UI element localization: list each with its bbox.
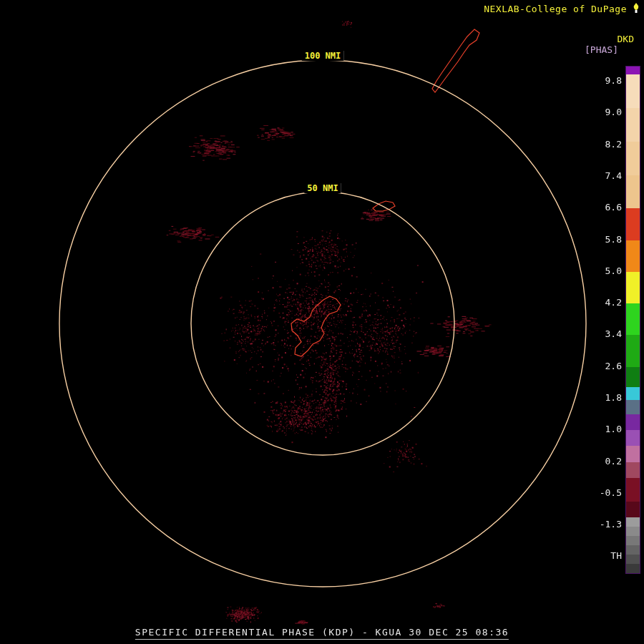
colorbar-tick-label: 5.8 <box>605 234 622 245</box>
colorbar-segment <box>626 478 640 502</box>
colorbar-tick-label: 9.0 <box>605 107 622 117</box>
colorbar-segment <box>626 387 640 400</box>
colorbar-tick-label: -1.3 <box>600 519 622 530</box>
colorbar-tick-label: 2.6 <box>605 361 622 371</box>
colorbar-segment <box>626 536 640 545</box>
colorbar-tick-label: 4.2 <box>605 297 622 308</box>
colorbar-threshold-label: TH <box>610 550 622 561</box>
colorbar-tick-label: 8.2 <box>605 139 622 150</box>
colorbar-tick-label: -0.5 <box>600 487 622 498</box>
colorbar-segment <box>626 502 640 517</box>
site-title: NEXLAB-College of DuPage <box>484 4 627 14</box>
colorbar-segment <box>626 517 640 527</box>
colorbar-segment <box>626 108 640 142</box>
colorbar-segment <box>626 564 640 573</box>
colorbar-tick-label: 3.4 <box>605 328 622 339</box>
colorbar <box>625 66 640 574</box>
colorbar-tick-label: 6.6 <box>605 202 622 213</box>
colorbar-tick-label: 1.0 <box>605 424 622 434</box>
colorbar-tick-label: 9.8 <box>605 75 622 86</box>
product-units-label: [PHAS] <box>585 44 618 55</box>
colorbar-segment <box>626 527 640 536</box>
colorbar-segment <box>626 462 640 478</box>
range-ring-label: 100 NMI <box>302 51 344 61</box>
colorbar-segment <box>626 74 640 108</box>
colorbar-segment <box>626 545 640 555</box>
colorbar-segment <box>626 400 640 414</box>
colorbar-segment <box>626 175 640 208</box>
radar-echo-canvas <box>0 0 644 644</box>
product-code: DKD <box>618 34 634 44</box>
product-caption: SPECIFIC DIFFERENTIAL PHASE (KDP) - KGUA… <box>135 627 509 640</box>
colorbar-segment <box>626 142 640 175</box>
colorbar-segment <box>626 414 640 430</box>
colorbar-segment <box>626 555 640 564</box>
colorbar-tick-label: 5.0 <box>605 265 622 276</box>
colorbar-segment <box>626 208 640 240</box>
radar-display: NEXLAB-College of DuPage DKD [PHAS] SPEC… <box>0 0 644 644</box>
colorbar-segment <box>626 446 640 462</box>
colorbar-tick-label: 0.2 <box>605 456 622 467</box>
colorbar-segment <box>626 335 640 367</box>
colorbar-segment <box>626 240 640 272</box>
colorbar-segment <box>626 67 640 74</box>
colorbar-segment <box>626 303 640 335</box>
colorbar-segment <box>626 367 640 387</box>
colorbar-tick-label: 1.8 <box>605 392 622 403</box>
range-ring-label: 50 NMI <box>304 183 341 193</box>
cod-logo-icon <box>631 2 641 14</box>
colorbar-tick-label: 7.4 <box>605 170 622 181</box>
colorbar-segment <box>626 272 640 303</box>
colorbar-segment <box>626 430 640 446</box>
